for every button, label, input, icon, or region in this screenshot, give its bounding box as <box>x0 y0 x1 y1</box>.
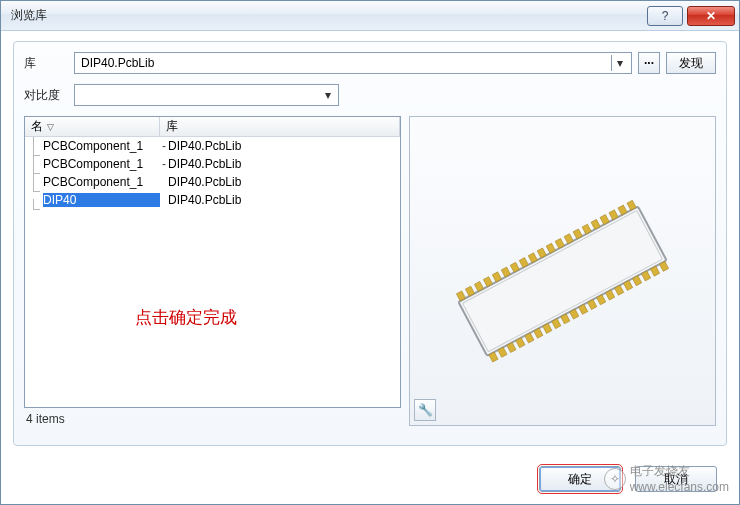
cell-sep: - <box>160 157 168 171</box>
list-item[interactable]: DIP40 DIP40.PcbLib <box>25 191 400 209</box>
cell-lib: DIP40.PcbLib <box>168 193 400 207</box>
library-label: 库 <box>24 55 68 72</box>
column-lib-header[interactable]: 库 <box>160 117 400 136</box>
window-title: 浏览库 <box>11 7 47 24</box>
cell-lib: DIP40.PcbLib <box>168 157 400 171</box>
find-button[interactable]: 发现 <box>666 52 716 74</box>
watermark: ✧ 电子发烧友 www.elecfans.com <box>604 463 729 494</box>
list-item[interactable]: PCBComponent_1 DIP40.PcbLib <box>25 173 400 191</box>
list-header: 名 ▽ 库 <box>25 117 400 137</box>
cell-lib: DIP40.PcbLib <box>168 139 400 153</box>
sort-indicator-icon: ▽ <box>47 122 54 132</box>
library-browse-button[interactable]: ··· <box>638 52 660 74</box>
list-item[interactable]: PCBComponent_1 - DIP40.PcbLib <box>25 137 400 155</box>
library-row: 库 DIP40.PcbLib ▾ ··· 发现 <box>24 52 716 74</box>
contrast-select[interactable]: ▾ <box>74 84 339 106</box>
watermark-logo-icon: ✧ <box>604 468 626 490</box>
help-button[interactable]: ? <box>647 6 683 26</box>
library-selected-text: DIP40.PcbLib <box>81 56 611 70</box>
footprint-preview[interactable]: 🔧 <box>409 116 716 426</box>
component-list-panel: 名 ▽ 库 PCBComponent_1 - <box>24 116 401 426</box>
inner-panel: 库 DIP40.PcbLib ▾ ··· 发现 对比度 ▾ <box>13 41 727 446</box>
annotation-text: 点击确定完成 <box>135 306 237 329</box>
component-list[interactable]: 名 ▽ 库 PCBComponent_1 - <box>24 116 401 408</box>
list-rows: PCBComponent_1 - DIP40.PcbLib PCBCompone… <box>25 137 400 209</box>
cell-sep <box>160 193 168 207</box>
watermark-url: www.elecfans.com <box>630 480 729 494</box>
cell-lib: DIP40.PcbLib <box>168 175 400 189</box>
cell-sep: - <box>160 139 168 153</box>
library-select[interactable]: DIP40.PcbLib ▾ <box>74 52 632 74</box>
list-item[interactable]: PCBComponent_1 - DIP40.PcbLib <box>25 155 400 173</box>
chevron-down-icon: ▾ <box>320 87 336 103</box>
titlebar: 浏览库 ? ✕ <box>1 1 739 31</box>
close-button[interactable]: ✕ <box>687 6 735 26</box>
help-icon: ? <box>662 9 669 23</box>
chevron-down-icon: ▾ <box>611 55 627 71</box>
column-name-header[interactable]: 名 ▽ <box>25 117 160 136</box>
ellipsis-icon: ··· <box>644 56 654 70</box>
cell-name: DIP40 <box>43 193 160 207</box>
column-name-label: 名 <box>31 118 43 135</box>
watermark-brand: 电子发烧友 <box>630 463 729 480</box>
contrast-row: 对比度 ▾ <box>24 84 716 106</box>
cell-name: PCBComponent_1 <box>43 157 160 171</box>
contrast-label: 对比度 <box>24 87 68 104</box>
window-buttons: ? ✕ <box>647 6 735 26</box>
ok-button-label: 确定 <box>568 471 592 488</box>
dip40-preview-graphic <box>410 117 715 425</box>
preview-tool-button[interactable]: 🔧 <box>414 399 436 421</box>
cell-name: PCBComponent_1 <box>43 175 160 189</box>
cell-name: PCBComponent_1 <box>43 139 160 153</box>
cell-sep <box>160 175 168 189</box>
column-lib-label: 库 <box>166 118 178 135</box>
wrench-icon: 🔧 <box>418 403 433 417</box>
body-split: 名 ▽ 库 PCBComponent_1 - <box>24 116 716 426</box>
watermark-text: 电子发烧友 www.elecfans.com <box>630 463 729 494</box>
client-area: 库 DIP40.PcbLib ▾ ··· 发现 对比度 ▾ <box>1 31 739 458</box>
item-count: 4 items <box>24 408 401 426</box>
find-button-label: 发现 <box>679 55 703 72</box>
close-icon: ✕ <box>706 9 716 23</box>
dialog-window: 浏览库 ? ✕ 库 DIP40.PcbLib ▾ ··· 发现 <box>0 0 740 505</box>
